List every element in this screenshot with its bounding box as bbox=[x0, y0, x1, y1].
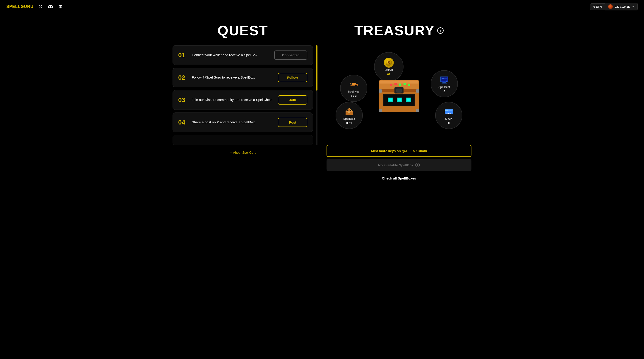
quest-btn-3[interactable]: Join bbox=[278, 95, 307, 105]
saix-icon: S-AIX bbox=[444, 106, 454, 116]
wallet-address-btn[interactable]: 0x7b...f41D ▼ bbox=[605, 3, 638, 10]
quest-number-1: 01 bbox=[178, 52, 187, 59]
svg-rect-40 bbox=[416, 89, 419, 93]
treasury-section: TREASURY i SpellKey 1 / 2 bbox=[322, 22, 472, 180]
quest-section: QUEST 01 Connect your wallet and receive… bbox=[172, 22, 322, 180]
mint-keys-btn[interactable]: Mint more keys on @ALIENXChain bbox=[326, 145, 472, 157]
svg-rect-38 bbox=[407, 98, 410, 101]
no-spellbox-text: No available SpellBox bbox=[378, 163, 414, 167]
eth-balance: 0 ETH bbox=[590, 3, 605, 10]
treasury-info-icon[interactable]: i bbox=[437, 27, 444, 34]
about-link[interactable]: ← About SpellGuru bbox=[172, 151, 313, 154]
quest-left-4: 04 Share a post on X and receive a Spell… bbox=[178, 119, 256, 126]
quest-text-1: Connect your wallet and receive a SpellB… bbox=[192, 52, 257, 58]
spellbox-value: 0 / 1 bbox=[346, 121, 352, 125]
no-spellbox-info-icon: i bbox=[415, 163, 420, 167]
treasury-actions: Mint more keys on @ALIENXChain No availa… bbox=[326, 145, 472, 180]
wallet-avatar bbox=[608, 4, 613, 9]
spellbox-name: SpellBox bbox=[343, 117, 355, 120]
svg-rect-3 bbox=[356, 84, 357, 85]
svg-rect-4 bbox=[357, 84, 358, 85]
quest-number-3: 03 bbox=[178, 96, 187, 104]
token-spellslot: SpellSlot 0 bbox=[431, 70, 458, 97]
quest-item-2: 02 Follow @SpellGuru to receive a SpellB… bbox=[172, 68, 313, 87]
svg-rect-17 bbox=[446, 81, 448, 81]
saix-name: S-AIX bbox=[445, 117, 452, 120]
svg-rect-16 bbox=[442, 83, 447, 83]
quest-btn-1: Connected bbox=[274, 50, 307, 60]
vsgai-icon: $ bbox=[384, 58, 394, 68]
svg-rect-46 bbox=[404, 83, 406, 85]
svg-text:$: $ bbox=[388, 60, 390, 65]
token-spellbox: SpellBox 0 / 1 bbox=[336, 102, 363, 129]
svg-rect-44 bbox=[394, 83, 397, 85]
quest-list: 01 Connect your wallet and receive a Spe… bbox=[172, 45, 313, 145]
svg-rect-13 bbox=[444, 78, 448, 78]
spellslot-name: SpellSlot bbox=[438, 85, 450, 89]
quest-item-1: 01 Connect your wallet and receive a Spe… bbox=[172, 45, 313, 65]
check-all-link[interactable]: Check all SpellBoxes bbox=[326, 176, 472, 180]
svg-rect-45 bbox=[399, 83, 401, 86]
main-container: QUEST 01 Connect your wallet and receive… bbox=[159, 13, 485, 189]
svg-rect-21 bbox=[348, 111, 350, 113]
no-spellbox-btn: No available SpellBox i bbox=[326, 159, 472, 171]
quest-title: QUEST bbox=[172, 22, 313, 38]
svg-rect-39 bbox=[378, 89, 382, 93]
treasury-title-text: TREASURY bbox=[354, 22, 435, 38]
brand: SPELLGURU bbox=[6, 3, 64, 9]
layers-icon[interactable] bbox=[58, 3, 64, 9]
spellslot-icon bbox=[439, 75, 449, 85]
spellslot-value: 0 bbox=[443, 90, 445, 93]
quest-number-2: 02 bbox=[178, 74, 187, 81]
svg-rect-27 bbox=[380, 81, 418, 83]
svg-rect-43 bbox=[390, 84, 392, 86]
saix-value: 0 bbox=[448, 121, 450, 125]
scroll-thumb bbox=[316, 45, 318, 90]
spellbox-icon bbox=[344, 106, 354, 116]
svg-rect-14 bbox=[444, 78, 448, 79]
svg-rect-42 bbox=[416, 109, 419, 112]
treasury-grid: SpellKey 1 / 2 $ bbox=[326, 45, 472, 140]
spellkey-name: SpellKey bbox=[348, 90, 360, 93]
svg-rect-41 bbox=[378, 109, 382, 112]
svg-rect-30 bbox=[396, 88, 402, 93]
svg-text:S-AIX: S-AIX bbox=[446, 112, 451, 114]
navbar: SPELLGURU 0 ETH 0x7b...f41D ▼ bbox=[0, 0, 644, 13]
svg-rect-12 bbox=[442, 78, 444, 79]
quest-item-3: 03 Join our Discord community and receiv… bbox=[172, 90, 313, 110]
svg-rect-36 bbox=[398, 98, 401, 101]
pixel-chest bbox=[376, 71, 422, 114]
quest-left-3: 03 Join our Discord community and receiv… bbox=[178, 96, 272, 104]
quest-text-4: Share a post on X and receive a SpellBox… bbox=[192, 120, 256, 125]
svg-rect-50 bbox=[445, 110, 448, 111]
treasury-title: TREASURY i bbox=[326, 22, 472, 38]
quest-btn-2[interactable]: Follow bbox=[278, 73, 307, 82]
brand-part1: SPELL bbox=[6, 4, 20, 9]
svg-point-6 bbox=[351, 84, 352, 85]
x-icon[interactable] bbox=[38, 3, 44, 9]
quest-number-4: 04 bbox=[178, 119, 187, 126]
quest-text-2: Follow @SpellGuru to receive a SpellBox. bbox=[192, 75, 255, 80]
svg-rect-15 bbox=[442, 82, 446, 83]
scroll-indicator bbox=[316, 45, 318, 145]
brand-logo: SPELLGURU bbox=[6, 4, 34, 9]
svg-rect-34 bbox=[388, 98, 392, 101]
spellkey-icon bbox=[349, 79, 359, 89]
token-spellkey: SpellKey 1 / 2 bbox=[340, 75, 367, 102]
quest-btn-4[interactable]: Post bbox=[278, 118, 307, 127]
quest-item-5-partial bbox=[172, 135, 313, 145]
token-saix: S-AIX S-AIX 0 bbox=[435, 102, 462, 129]
svg-rect-52 bbox=[448, 110, 452, 110]
quest-left-2: 02 Follow @SpellGuru to receive a SpellB… bbox=[178, 74, 255, 81]
chevron-down-icon: ▼ bbox=[632, 5, 634, 8]
quest-text-3: Join our Discord community and receive a… bbox=[192, 97, 272, 102]
discord-icon[interactable] bbox=[48, 3, 54, 9]
spellkey-value: 1 / 2 bbox=[351, 94, 356, 98]
brand-part2: GURU bbox=[20, 4, 34, 9]
wallet-address-text: 0x7b...f41D bbox=[614, 5, 630, 8]
quest-item-4: 04 Share a post on X and receive a Spell… bbox=[172, 112, 313, 132]
quest-left-1: 01 Connect your wallet and receive a Spe… bbox=[178, 52, 257, 59]
svg-rect-47 bbox=[408, 84, 410, 86]
wallet-info: 0 ETH 0x7b...f41D ▼ bbox=[590, 3, 638, 10]
